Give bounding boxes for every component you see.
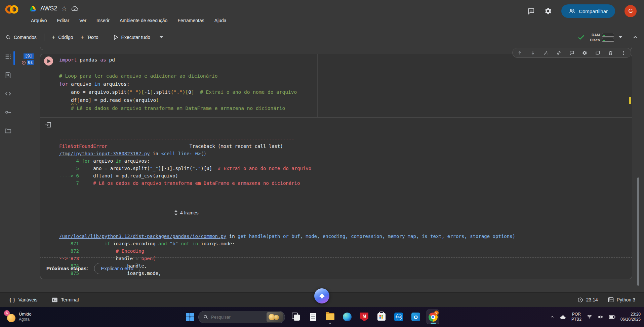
execution-timer[interactable]: 23:14 [577,297,598,303]
ai-edit-wand-icon[interactable] [543,50,548,55]
kernel-selector[interactable]: Python 3 [608,297,635,302]
language-indicator[interactable]: POR PTB2 [571,312,581,322]
code-token: ano = arquivo.split [59,89,127,95]
menu-ferramentas[interactable]: Ferramentas [177,18,204,23]
windows-taskbar: 6 Úmido Agora M DELL O [0,307,644,327]
find-replace-icon[interactable] [0,69,16,82]
outlook-icon[interactable]: O [409,310,422,324]
drive-icon [30,5,36,12]
comment-icon[interactable] [569,50,574,55]
star-icon[interactable]: ☆ [61,5,67,12]
code-token: Traceback (most recent call last) [107,144,283,149]
code-token: arquivos: [121,158,150,164]
run-cell-button[interactable] [44,56,53,66]
search-highlight-image[interactable] [267,312,283,322]
windows-start-button[interactable] [186,313,194,321]
delete-cell-trash-icon[interactable] [608,50,613,55]
chrome-icon-active[interactable]: G [427,310,439,324]
tray-chevron-up-icon[interactable] [550,315,555,319]
commands-button[interactable]: Comandos [5,35,37,40]
share-button[interactable]: Compartilhar [561,4,615,18]
code-token: [ [77,97,80,103]
menu-ver[interactable]: Ver [79,18,86,23]
active-app-indicator [431,323,436,324]
unfold-icon [174,210,178,215]
wifi-icon[interactable] [587,315,593,320]
code-token: ( [171,89,174,95]
code-token: "." [192,166,201,171]
files-folder-icon[interactable] [0,124,16,137]
code-snippets-icon[interactable] [0,87,16,100]
chrome-profile-badge: G [434,311,439,315]
execution-badge[interactable]: [9] 0s [24,54,34,65]
mcafee-icon[interactable]: M [358,310,371,324]
secrets-key-icon[interactable] [0,106,16,119]
volume-icon[interactable] [598,314,604,320]
code-lines[interactable]: import pandas as pd # Loop para ler cada… [59,54,632,112]
code-line: 871 if ioargs.encoding and "b" not in io… [59,240,632,247]
code-token: # Lê os dados do arquivo transforma em D… [82,180,300,186]
code-line: # Lê os dados do arquivo transforma em D… [59,104,632,112]
terminal-tab[interactable]: Terminal [51,297,79,303]
variables-tab[interactable]: { } Variáveis [0,297,37,302]
gemini-spark-button[interactable] [314,288,329,303]
code-token: get_handle(path_or_buf, mode, encoding, … [238,234,515,239]
terminal-icon [51,297,58,303]
explain-error-button[interactable]: Explicar o erro [94,263,140,274]
battery-icon[interactable] [609,315,615,319]
mirror-cell-icon[interactable] [595,50,600,55]
cloud-saved-icon [71,5,78,12]
code-token: pandas [77,57,100,63]
menu-ajuda[interactable]: Ajuda [214,18,227,23]
vertical-scrollbar[interactable] [637,177,639,286]
code-line [59,64,632,72]
account-avatar[interactable]: G [625,5,637,17]
settings-gear-icon[interactable] [545,7,552,15]
collapse-header-chevron-icon[interactable] [632,34,639,41]
traceback-file-link[interactable]: /tmp/ipython-input-3580823187.py [59,151,150,156]
code-token: in [150,151,161,156]
menu-editar[interactable]: Editar [57,18,69,23]
task-view-icon[interactable] [289,310,302,324]
menu-inserir[interactable]: Inserir [96,18,110,23]
taskbar-weather-widget[interactable]: 6 Úmido Agora [4,310,32,323]
code-token: # Extrai o ano do nome do arquivo [194,89,297,95]
notepad-icon[interactable] [307,310,319,324]
execution-error-clock-icon [22,60,26,65]
traceback-file-link[interactable]: /usr/local/lib/python3.12/dist-packages/… [59,234,226,239]
expand-frames-button[interactable]: 4 frames [170,209,202,216]
code-token: 7 [59,180,82,186]
code-token: and [158,241,167,246]
code-token: 872 [59,248,82,254]
microsoft-store-icon[interactable] [375,310,388,324]
search-input[interactable] [211,315,255,320]
comments-icon[interactable] [527,7,535,15]
code-token: 5 [59,166,82,171]
move-cell-down-icon[interactable] [530,50,535,55]
colab-logo-icon[interactable] [4,4,19,15]
editor-column-ruler [317,54,318,117]
notebook-title[interactable]: AWS2 [40,5,57,12]
code-token [178,241,181,246]
link-icon[interactable] [556,50,561,55]
code-editor[interactable]: import pandas as pd # Loop para ler cada… [40,54,632,117]
menu-ambiente[interactable]: Ambiente de execução [120,18,167,23]
menu-arquivo[interactable]: Arquivo [31,18,47,23]
run-all-dropdown-caret[interactable] [160,36,163,38]
execution-count: [9] [24,53,34,59]
more-options-icon[interactable] [621,50,626,55]
clock-date[interactable]: 23:20 06/10/2025 [620,312,641,322]
move-cell-up-icon[interactable] [517,50,522,55]
code-token: ----------------------------------------… [59,136,294,141]
dell-app-icon[interactable]: DELL [392,310,405,324]
cell-settings-gear-icon[interactable] [582,50,587,55]
weather-condition: Úmido [19,312,32,317]
ram-usage-bar [602,33,614,37]
resources-dropdown-caret[interactable] [619,36,622,38]
onedrive-cloud-icon[interactable] [560,314,566,320]
cell-toolbar [512,48,631,58]
taskbar-search[interactable] [198,311,285,323]
code-line: ----------------------------------------… [59,135,632,142]
edge-browser-icon[interactable] [341,310,354,324]
file-explorer-icon[interactable] [324,310,336,324]
